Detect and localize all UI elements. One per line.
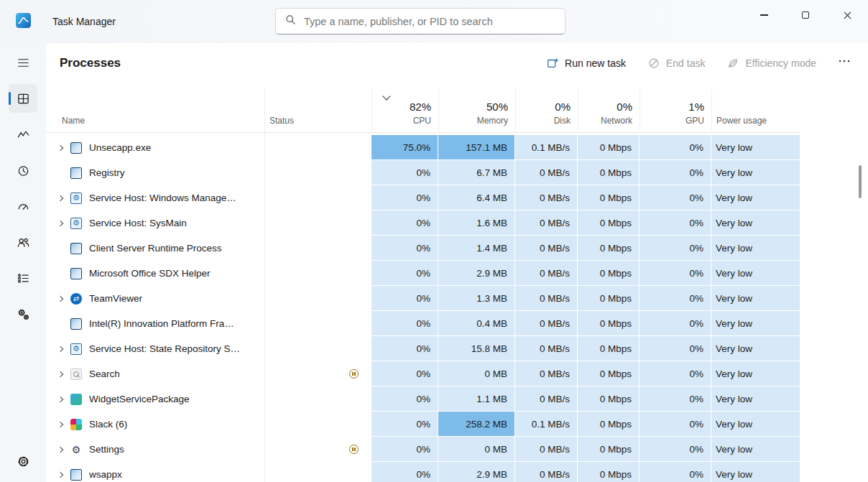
- column-header-status[interactable]: Status: [264, 89, 371, 132]
- run-new-task-button[interactable]: Run new task: [546, 57, 626, 70]
- status-cell: [264, 386, 371, 412]
- table-row[interactable]: WidgetServicePackage 0% 1.1 MB 0 MB/s 0 …: [46, 386, 868, 412]
- expand-chevron-icon[interactable]: [57, 195, 63, 200]
- cpu-cell: 0%: [371, 311, 438, 336]
- sidebar-item-performance[interactable]: [9, 120, 37, 149]
- scrollbar-thumb[interactable]: [859, 165, 862, 198]
- column-header-memory[interactable]: 50%Memory: [438, 89, 515, 132]
- process-name: Slack (6): [89, 419, 127, 430]
- process-name: Client Server Runtime Process: [89, 243, 222, 254]
- disk-cell: 0 MB/s: [515, 386, 578, 412]
- disk-cell: 0 MB/s: [515, 311, 578, 336]
- table-row[interactable]: Intel(R) Innovation Platform Fra… 0% 0.4…: [46, 311, 868, 336]
- process-name: Service Host: SysMain: [89, 218, 187, 228]
- process-icon: [70, 469, 82, 481]
- table-row[interactable]: Microsoft Office SDX Helper 0% 2.9 MB 0 …: [46, 261, 868, 286]
- run-new-task-label: Run new task: [565, 57, 626, 69]
- close-button[interactable]: [826, 0, 868, 30]
- sidebar-item-app-history[interactable]: [9, 156, 37, 185]
- sidebar-item-services[interactable]: [9, 300, 37, 328]
- table-row[interactable]: TeamViewer 0% 1.3 MB 0 MB/s 0 Mbps 0% Ve…: [46, 286, 868, 311]
- table-row[interactable]: Registry 0% 6.7 MB 0 MB/s 0 Mbps 0% Very…: [46, 160, 868, 185]
- gpu-cell: 0%: [640, 462, 711, 482]
- menu-button[interactable]: [9, 48, 37, 77]
- disk-cell: 0 MB/s: [515, 210, 578, 236]
- power-usage-cell: Very low: [711, 286, 800, 311]
- expand-chevron-icon[interactable]: [57, 396, 63, 402]
- power-usage-cell: Very low: [711, 135, 800, 160]
- window-controls: [743, 0, 868, 30]
- expand-chevron-icon[interactable]: [57, 371, 63, 376]
- process-name: Service Host: State Repository S…: [89, 343, 240, 354]
- column-header-cpu[interactable]: 82%CPU: [371, 89, 438, 132]
- process-icon: [70, 218, 82, 229]
- memory-cell: 15.8 MB: [438, 336, 515, 361]
- process-icon: [70, 293, 82, 305]
- process-name: Intel(R) Innovation Platform Fra…: [89, 318, 234, 329]
- search-box[interactable]: [275, 8, 565, 34]
- table-row[interactable]: Search 0% 0 MB 0 MB/s 0 Mbps 0% Very low: [46, 361, 868, 386]
- column-header-gpu[interactable]: 1%GPU: [640, 89, 711, 132]
- network-cell: 0 Mbps: [578, 261, 640, 286]
- expand-chevron-icon[interactable]: [57, 346, 63, 351]
- power-usage-cell: Very low: [711, 336, 800, 361]
- expand-chevron-icon[interactable]: [57, 446, 63, 452]
- table-row[interactable]: Client Server Runtime Process 0% 1.4 MB …: [46, 236, 868, 261]
- sidebar-item-startup-apps[interactable]: [9, 192, 37, 221]
- suspended-pause-icon: [349, 369, 359, 379]
- sidebar-item-users[interactable]: [9, 228, 37, 256]
- new-task-icon: [546, 57, 559, 70]
- maximize-button[interactable]: [785, 0, 826, 30]
- table-row[interactable]: Service Host: SysMain 0% 1.6 MB 0 MB/s 0…: [46, 210, 868, 236]
- column-header-network[interactable]: 0%Network: [578, 89, 640, 132]
- hamburger-icon: [17, 56, 30, 70]
- efficiency-mode-label: Efficiency mode: [745, 57, 816, 69]
- more-options-button[interactable]: ⋯: [838, 55, 851, 72]
- table-row[interactable]: Unsecapp.exe 75.0% 157.1 MB 0.1 MB/s 0 M…: [46, 135, 868, 160]
- column-header-name[interactable]: Name: [46, 89, 264, 132]
- column-header-power-usage[interactable]: Power usage: [711, 89, 800, 132]
- table-row[interactable]: wsappx 0% 2.9 MB 0 MB/s 0 Mbps 0% Very l…: [46, 462, 868, 482]
- name-cell: Client Server Runtime Process: [46, 236, 264, 261]
- process-icon: [70, 419, 82, 430]
- network-cell: 0 Mbps: [578, 361, 640, 386]
- sidebar-item-processes[interactable]: [9, 84, 37, 113]
- efficiency-mode-button[interactable]: Efficiency mode: [726, 57, 816, 70]
- name-cell: Search: [46, 361, 264, 386]
- memory-cell: 1.6 MB: [438, 210, 515, 236]
- table-row[interactable]: Settings 0% 0 MB 0 MB/s 0 Mbps 0% Very l…: [46, 437, 868, 462]
- memory-cell: 0 MB: [438, 437, 515, 462]
- process-name: Microsoft Office SDX Helper: [89, 268, 211, 279]
- process-table-body: Unsecapp.exe 75.0% 157.1 MB 0.1 MB/s 0 M…: [46, 135, 868, 482]
- processes-page: Processes Run new task End task Efficien…: [46, 43, 868, 482]
- disk-cell: 0 MB/s: [515, 336, 578, 361]
- expand-chevron-icon[interactable]: [57, 220, 63, 226]
- network-cell: 0 Mbps: [578, 336, 640, 361]
- table-header: Name Status 82%CPU 50%Memory 0%Disk 0%Ne…: [46, 89, 800, 133]
- table-row[interactable]: Service Host: State Repository S… 0% 15.…: [46, 336, 868, 361]
- power-usage-cell: Very low: [711, 236, 800, 261]
- minimize-button[interactable]: [743, 0, 785, 30]
- process-icon: [70, 369, 82, 380]
- table-row[interactable]: Slack (6) 0% 258.2 MB 0.1 MB/s 0 Mbps 0%…: [46, 412, 868, 437]
- cpu-cell: 0%: [371, 236, 438, 261]
- power-usage-cell: Very low: [711, 412, 800, 437]
- sidebar-item-details[interactable]: [9, 264, 37, 292]
- expand-chevron-icon[interactable]: [57, 471, 63, 477]
- power-usage-cell: Very low: [711, 311, 800, 336]
- services-icon: [17, 307, 30, 321]
- expand-chevron-icon[interactable]: [57, 421, 63, 427]
- process-table: Name Status 82%CPU 50%Memory 0%Disk 0%Ne…: [46, 89, 868, 482]
- gpu-cell: 0%: [640, 286, 711, 311]
- expand-chevron-icon[interactable]: [57, 144, 63, 150]
- end-task-button[interactable]: End task: [647, 57, 705, 70]
- process-icon: [70, 394, 82, 405]
- performance-icon: [17, 128, 30, 142]
- cpu-cell: 0%: [371, 185, 438, 210]
- column-header-disk[interactable]: 0%Disk: [515, 89, 578, 132]
- power-usage-cell: Very low: [711, 437, 800, 462]
- expand-chevron-icon[interactable]: [57, 295, 63, 301]
- table-row[interactable]: Service Host: Windows Manage… 0% 6.4 MB …: [46, 185, 868, 210]
- search-input[interactable]: [304, 16, 556, 27]
- sidebar-item-settings[interactable]: [9, 447, 37, 476]
